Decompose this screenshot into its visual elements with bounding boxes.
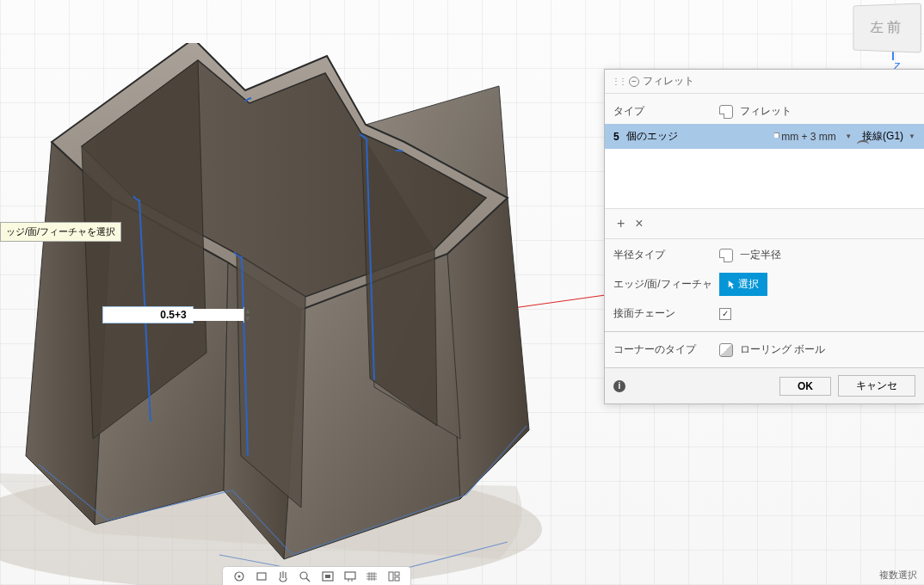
radius-type-value[interactable]: 一定半径 — [740, 248, 915, 262]
row-corner-type: コーナーのタイプ ローリング ボール — [613, 337, 915, 362]
svg-rect-12 — [395, 572, 399, 576]
radius-icon — [774, 136, 776, 138]
ok-button[interactable]: OK — [779, 377, 831, 396]
cursor-icon — [728, 280, 735, 290]
constant-radius-icon — [719, 249, 733, 262]
row-tangent-chain: 接面チェーン ✓ — [613, 301, 915, 326]
dimension-input[interactable] — [103, 309, 243, 321]
grid-icon[interactable] — [364, 570, 379, 582]
drag-handle-icon[interactable]: ⋮⋮ — [612, 77, 625, 86]
look-at-icon[interactable] — [254, 570, 269, 582]
view-cube[interactable]: 左 前 — [853, 3, 921, 52]
svg-rect-8 — [345, 572, 355, 579]
status-text: 複数選択 — [879, 569, 917, 582]
rolling-ball-icon — [719, 343, 733, 357]
panel-header[interactable]: ⋮⋮ − フィレット — [605, 70, 924, 94]
radius-type-label: 半径タイプ — [613, 248, 712, 262]
row-edge-select: エッジ/面/フィーチャ 選択 — [613, 268, 915, 301]
add-edge-icon[interactable]: + — [617, 216, 625, 231]
edge-list-actions: + × — [605, 209, 924, 239]
selection-tooltip: ッジ/面/フィーチャを選択 — [0, 222, 121, 242]
tooltip-text: ッジ/面/フィーチャを選択 — [6, 226, 115, 237]
type-label: タイプ — [613, 104, 712, 119]
cancel-button[interactable]: キャンセ — [838, 375, 915, 397]
svg-point-2 — [237, 575, 240, 577]
svg-rect-7 — [325, 575, 330, 578]
dimension-stepper-icon[interactable]: ▲▼ — [243, 307, 251, 323]
row-radius-type: 半径タイプ 一定半径 — [613, 243, 915, 268]
radius-value-input[interactable] — [781, 131, 840, 143]
type-value[interactable]: フィレット — [740, 104, 915, 119]
edge-select-label: エッジ/面/フィーチャ — [613, 277, 712, 292]
tangent-value[interactable]: 接線(G1) — [862, 129, 903, 144]
select-button-label: 選択 — [738, 277, 759, 292]
corner-type-label: コーナーのタイプ — [613, 342, 712, 357]
remove-edge-icon[interactable]: × — [635, 216, 643, 231]
fillet-properties-panel: ⋮⋮ − フィレット タイプ フィレット 5 個のエッジ ▼ 接線(G1) ▼ … — [604, 69, 924, 404]
row-type: タイプ フィレット — [613, 99, 915, 124]
info-icon[interactable]: i — [613, 380, 625, 392]
select-button[interactable]: 選択 — [719, 273, 767, 296]
radius-caret-icon[interactable]: ▼ — [845, 132, 852, 140]
view-cube-face-front[interactable]: 前 — [887, 19, 901, 38]
edge-list-area[interactable] — [605, 149, 924, 209]
corner-type-value[interactable]: ローリング ボール — [740, 342, 915, 357]
fit-icon[interactable] — [320, 570, 336, 582]
panel-footer: i OK キャンセ — [605, 367, 924, 403]
fillet-type-icon — [719, 105, 733, 119]
model-star-extrusion[interactable] — [0, 43, 568, 585]
collapse-icon[interactable]: − — [629, 77, 639, 87]
edge-selection-row[interactable]: 5 個のエッジ ▼ 接線(G1) ▼ — [605, 124, 924, 149]
panel-title: フィレット — [643, 74, 694, 89]
svg-point-4 — [300, 572, 307, 579]
orbit-icon[interactable] — [231, 570, 247, 582]
svg-rect-3 — [257, 573, 266, 580]
svg-rect-13 — [395, 577, 399, 581]
tangent-chain-checkbox[interactable]: ✓ — [719, 308, 731, 320]
pan-icon[interactable] — [275, 570, 291, 582]
viewport-layout-icon[interactable] — [386, 570, 402, 582]
tangent-caret-icon[interactable]: ▼ — [909, 132, 915, 140]
svg-rect-11 — [389, 572, 393, 581]
edge-count: 5 — [613, 131, 619, 143]
display-settings-icon[interactable] — [342, 570, 358, 582]
dimension-input-box[interactable]: ▲▼ — [102, 306, 194, 323]
navigation-toolbar — [222, 566, 411, 585]
view-cube-face-left[interactable]: 左 — [871, 19, 884, 37]
tangent-chain-label: 接面チェーン — [613, 306, 712, 321]
zoom-icon[interactable] — [298, 570, 313, 582]
edge-count-label: 個のエッジ — [626, 129, 678, 144]
svg-line-5 — [306, 578, 310, 582]
